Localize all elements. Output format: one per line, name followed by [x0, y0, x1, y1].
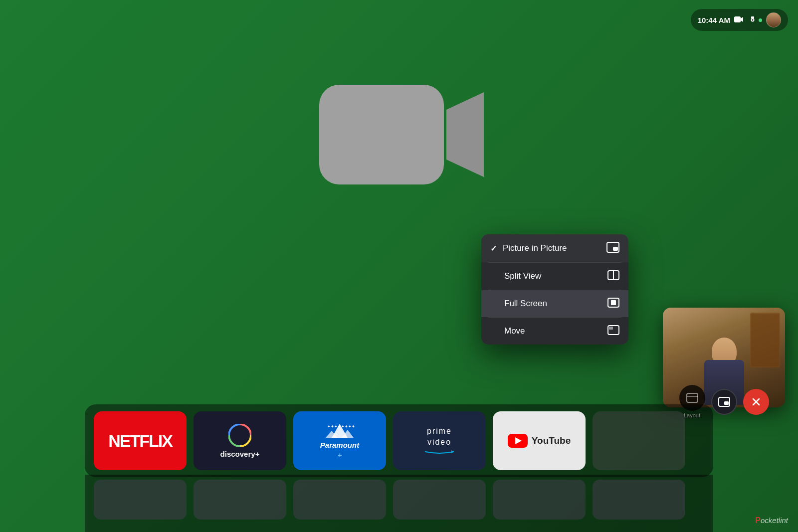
- dock-row2: [85, 475, 713, 532]
- avatar: [766, 12, 781, 27]
- close-pip-button[interactable]: [743, 389, 769, 415]
- menu-item-pip[interactable]: ✓ Picture in Picture: [481, 234, 628, 262]
- netflix-app[interactable]: NETFLIX: [94, 411, 187, 470]
- move-label: Move: [504, 326, 525, 336]
- paramount-label: Paramount: [320, 441, 359, 449]
- pip-toggle-button[interactable]: [711, 389, 737, 415]
- svg-rect-10: [611, 300, 616, 305]
- netflix-label: NETFLIX: [108, 431, 172, 451]
- prime-video-label: video: [427, 438, 451, 447]
- context-menu: ✓ Picture in Picture Split View Full: [481, 234, 628, 345]
- fullscreen-icon: [607, 298, 619, 310]
- dock-empty-slot-1: [593, 411, 685, 470]
- watermark: Pocketlint: [755, 516, 788, 525]
- dock-row2-item3: [293, 480, 386, 520]
- facetime-app-icon: [299, 65, 499, 204]
- svg-rect-13: [687, 393, 698, 402]
- discovery-plus-app[interactable]: discovery+: [194, 411, 286, 470]
- dock-row2-item6: [593, 480, 685, 520]
- video-camera-icon: [734, 16, 744, 24]
- paramount-plus-app[interactable]: ✦✦✦✦✦✦✦✦✦✦✦✦✦ Paramount +: [293, 411, 386, 470]
- pip-icon: [606, 242, 619, 255]
- split-view-label: Split View: [504, 271, 541, 281]
- svg-rect-3: [751, 16, 754, 18]
- dock-row2-item2: [194, 480, 286, 520]
- svg-rect-4: [319, 85, 444, 184]
- svg-rect-0: [734, 16, 741, 22]
- prime-video-app[interactable]: prime video: [393, 411, 486, 470]
- pip-checkmark: ✓: [490, 244, 497, 253]
- svg-rect-16: [724, 401, 729, 405]
- svg-point-20: [235, 430, 245, 440]
- svg-marker-25: [451, 450, 454, 453]
- menu-item-split[interactable]: Split View: [481, 263, 628, 290]
- menu-item-fullscreen[interactable]: Full Screen: [481, 290, 628, 317]
- camera-indicator: [748, 16, 762, 23]
- svg-text:✦✦✦✦✦✦✦✦✦✦✦✦✦: ✦✦✦✦✦✦✦✦✦✦✦✦✦: [327, 424, 355, 429]
- svg-rect-6: [613, 247, 618, 251]
- dock-row1: NETFLIX discovery+ ✦✦✦✦✦✦✦✦✦✦✦✦✦ Param: [85, 404, 713, 477]
- youtube-app[interactable]: YouTube: [493, 411, 586, 470]
- svg-rect-12: [609, 327, 613, 330]
- prime-label: prime: [427, 427, 452, 436]
- move-icon: [607, 325, 619, 337]
- status-bar: 10:44 AM: [691, 9, 788, 31]
- dock-row2-item5: [493, 480, 586, 520]
- fullscreen-label: Full Screen: [504, 299, 547, 309]
- dock-row2-item4: [393, 480, 486, 520]
- pip-label: Picture in Picture: [503, 243, 567, 253]
- discovery-label: discovery+: [220, 450, 260, 458]
- status-time: 10:44 AM: [698, 16, 730, 24]
- paramount-plus-label: +: [338, 451, 342, 459]
- split-view-icon: [607, 270, 619, 282]
- youtube-label: YouTube: [532, 435, 571, 446]
- svg-point-2: [752, 19, 754, 21]
- menu-item-move[interactable]: Move: [481, 318, 628, 345]
- dock-row2-item1: [94, 480, 187, 520]
